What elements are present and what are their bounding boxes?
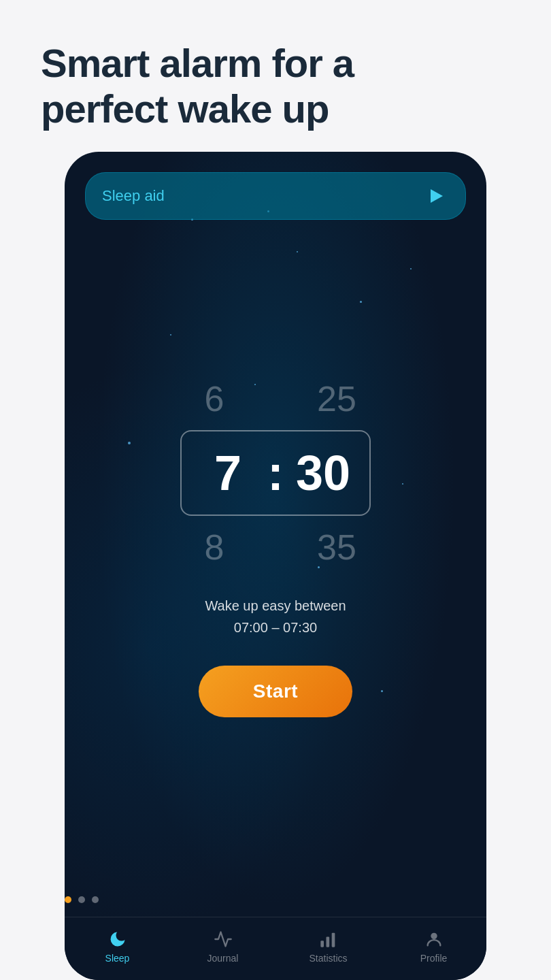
svg-rect-1: [326, 937, 329, 947]
sleep-aid-bar[interactable]: Sleep aid: [85, 172, 466, 220]
dot-1: [65, 896, 71, 903]
nav-item-journal[interactable]: Journal: [170, 917, 276, 980]
selected-minute: 30: [289, 445, 357, 501]
wake-time-description: Wake up easy between 07:00 – 07:30: [205, 595, 346, 638]
play-button[interactable]: [424, 184, 449, 208]
time-picker[interactable]: 6 25 7 : 30 8 35 Wake up easy between 07…: [65, 220, 486, 876]
bottom-navigation: Sleep Journal Statistics: [65, 917, 486, 980]
minute-above: 25: [296, 378, 378, 419]
page-wrapper: Smart alarm for a perfect wake up Sleep …: [0, 0, 551, 980]
svg-rect-2: [331, 933, 335, 947]
time-selected-display[interactable]: 7 : 30: [180, 430, 371, 516]
nav-item-sleep[interactable]: Sleep: [65, 917, 170, 980]
nav-label-sleep: Sleep: [105, 953, 130, 964]
time-colon: :: [262, 445, 289, 501]
profile-icon: [424, 930, 444, 949]
sleep-aid-label: Sleep aid: [102, 187, 165, 205]
nav-label-profile: Profile: [420, 953, 448, 964]
nav-item-statistics[interactable]: Statistics: [276, 917, 381, 980]
nav-item-profile[interactable]: Profile: [381, 917, 486, 980]
statistics-icon: [319, 930, 338, 949]
headline-section: Smart alarm for a perfect wake up: [0, 0, 551, 152]
nav-label-journal: Journal: [207, 953, 239, 964]
dot-3: [92, 896, 99, 903]
moon-icon: [108, 930, 127, 949]
start-button[interactable]: Start: [199, 666, 352, 717]
svg-rect-0: [320, 941, 324, 947]
svg-point-3: [431, 933, 437, 939]
time-row-below: 8 35: [173, 527, 378, 568]
headline-title: Smart alarm for a perfect wake up: [41, 41, 510, 131]
dot-2: [78, 896, 85, 903]
hour-below: 8: [173, 527, 255, 568]
journal-icon: [214, 930, 233, 949]
phone-mockup: Sleep aid 6 25 7 : 30 8 35: [65, 152, 486, 980]
time-row-above: 6 25: [173, 378, 378, 419]
minute-below: 35: [296, 527, 378, 568]
selected-hour: 7: [194, 445, 262, 501]
nav-label-statistics: Statistics: [309, 953, 347, 964]
play-icon: [431, 189, 443, 203]
pagination-dots: [65, 896, 486, 903]
hour-above: 6: [173, 378, 255, 419]
